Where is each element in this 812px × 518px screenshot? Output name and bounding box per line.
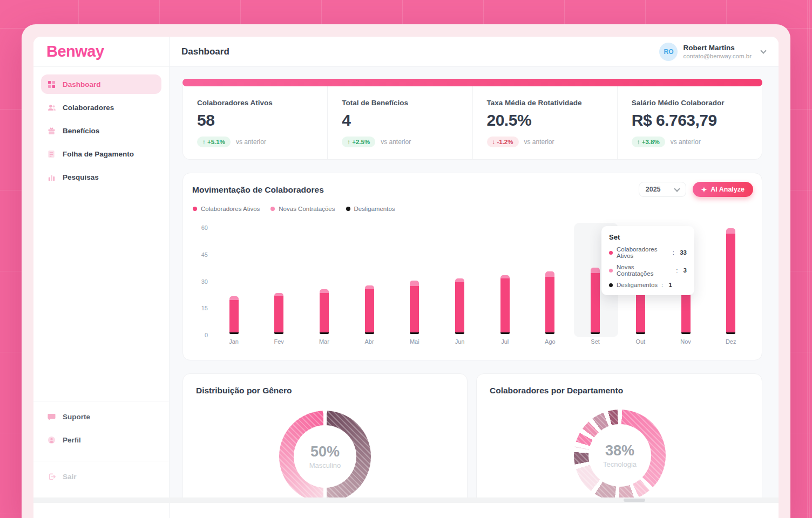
user-name: Robert Martins [683, 44, 752, 53]
kpi-note: vs anterior [236, 138, 266, 146]
bar-segment-desligamentos [365, 332, 374, 334]
logout-icon [48, 472, 56, 481]
sidebar-item-label: Pesquisas [63, 173, 99, 181]
tooltip-label: Colaboradores Ativos [617, 246, 669, 259]
kpi-cards: Colaboradores Ativos58↑ +5.1%vs anterior… [182, 83, 762, 160]
divider [33, 401, 169, 401]
bar-segment-desligamentos [274, 332, 283, 334]
movement-chart-card: Movimentação de Colaboradores 2025 ✦ AI … [182, 173, 762, 360]
x-axis-label: Abr [353, 338, 385, 345]
kpi-card-total-de-beneficios: Total de Benefícios4↑ +2.5%vs anterior [327, 83, 472, 159]
horizontal-scrollbar[interactable] [33, 497, 779, 503]
sidebar-item-pesquisas[interactable]: Pesquisas [41, 167, 161, 187]
bar-segment-novas [229, 296, 239, 300]
delta-value: -1.2% [497, 139, 513, 145]
chart-bar-jan[interactable] [229, 296, 239, 334]
tooltip-label: Novas Contratações [617, 264, 672, 277]
kpi-value: 58 [197, 111, 313, 130]
logo-row: Benway [33, 37, 169, 67]
sidebar-item-dashboard[interactable]: Dashboard [41, 74, 161, 94]
sidebar-item-label: Dashboard [63, 80, 101, 88]
gender-donut-chart[interactable]: 50% Masculino [279, 411, 371, 497]
file-icon [48, 149, 56, 158]
chevron-down-icon [760, 47, 766, 53]
delta-badge: ↑ +3.8% [632, 137, 665, 147]
sidebar-item-colaboradores[interactable]: Colaboradores [41, 98, 161, 117]
y-axis-tick: 45 [192, 251, 208, 258]
tooltip-dot [609, 269, 613, 272]
x-axis-label: Mar [308, 338, 340, 345]
sidebar: Benway DashboardColaboradoresBenefíciosF… [33, 37, 170, 518]
benway-logo: Benway [46, 43, 104, 60]
x-axis-label: Ago [534, 338, 566, 345]
kpi-delta-row: ↑ +5.1%vs anterior [197, 137, 313, 147]
kpi-title: Salário Médio Colaborador [632, 99, 748, 107]
department-center-label: Tecnologia [603, 460, 637, 468]
delta-badge: ↑ +2.5% [342, 137, 375, 147]
chart-bar-mai[interactable] [410, 281, 419, 335]
kpi-card-taxa-media-de-rotatividade: Taxa Média de Rotatividade20.5%↓ -1.2%vs… [472, 83, 617, 159]
department-donut-chart[interactable]: 38% Tecnologia [574, 410, 666, 497]
sidebar-item-folha-de-pagamento[interactable]: Folha de Pagamento [41, 144, 161, 163]
bar-segment-ativos [455, 282, 464, 332]
x-axis-label: Mai [398, 338, 431, 345]
chart-bar-dez[interactable] [726, 228, 735, 334]
chart-bar-set[interactable] [591, 268, 600, 334]
scrollbar-thumb[interactable] [624, 499, 645, 502]
gender-center-value: 50% [310, 444, 340, 460]
kpi-card-colaboradores-ativos: Colaboradores Ativos58↑ +5.1%vs anterior [183, 83, 327, 159]
tooltip-title: Set [609, 233, 687, 241]
arrow-down-icon: ↓ [492, 139, 496, 145]
sidebar-item-sair[interactable]: Sair [41, 467, 161, 486]
bar-segment-novas [726, 228, 735, 234]
bar-segment-novas [500, 275, 510, 279]
bar-segment-desligamentos [681, 332, 691, 334]
kpi-note: vs anterior [381, 138, 411, 146]
grid-icon [48, 80, 56, 88]
arrow-up-icon: ↑ [347, 139, 350, 145]
bar-segment-ativos [365, 289, 374, 332]
sidebar-item-beneficios[interactable]: Benefícios [41, 121, 161, 140]
bar-segment-ativos [500, 278, 510, 332]
bar-segment-desligamentos [726, 332, 735, 334]
kpi-note: vs anterior [524, 138, 554, 146]
delta-value: +5.1% [207, 139, 225, 145]
app-window-frame: Benway DashboardColaboradoresBenefíciosF… [22, 24, 790, 518]
user-icon [48, 435, 56, 444]
bar-segment-novas [455, 278, 464, 282]
bar-segment-ativos [591, 273, 600, 332]
kpi-title: Taxa Média de Rotatividade [487, 99, 603, 107]
bar-segment-ativos [274, 296, 283, 332]
y-axis-tick: 0 [192, 332, 208, 338]
y-axis-tick: 15 [192, 305, 208, 311]
chart-icon [48, 173, 56, 181]
chart-bar-ago[interactable] [545, 271, 554, 334]
sidebar-item-label: Folha de Pagamento [63, 150, 134, 158]
bar-segment-ativos [410, 286, 419, 332]
sidebar-item-perfil[interactable]: Perfil [41, 430, 161, 449]
delta-badge: ↓ -1.2% [487, 137, 519, 147]
sidebar-item-label: Suporte [63, 413, 90, 421]
tooltip-row: Desligamentos: 1 [609, 282, 687, 288]
sidebar-logout-nav: Sair [33, 467, 169, 497]
sidebar-item-label: Sair [63, 473, 77, 481]
chart-bar-abr[interactable] [365, 285, 374, 334]
department-chart-card: Colaboradores por Departamento 38% Tecno… [476, 373, 762, 497]
chart-bar-jun[interactable] [455, 278, 464, 334]
header: Dashboard RO Robert Martins contato@benw… [170, 37, 779, 67]
sidebar-item-suporte[interactable]: Suporte [41, 407, 161, 426]
chart-bar-jul[interactable] [500, 275, 510, 335]
app-window: Benway DashboardColaboradoresBenefíciosF… [33, 37, 779, 518]
delta-value: +2.5% [352, 139, 370, 145]
chart-bar-mar[interactable] [320, 289, 329, 334]
bar-segment-desligamentos [591, 332, 600, 334]
chart-bar-fev[interactable] [274, 293, 283, 334]
bar-segment-ativos [545, 277, 554, 332]
page-title: Dashboard [181, 46, 229, 57]
tooltip-row: Colaboradores Ativos: 33 [609, 246, 687, 259]
tooltip-dot [609, 251, 613, 255]
gift-icon [48, 126, 56, 135]
chart-tooltip: Set Colaboradores Ativos: 33Novas Contra… [601, 226, 694, 295]
bar-segment-novas [274, 293, 283, 297]
user-menu[interactable]: RO Robert Martins contato@benway.com.br [659, 43, 766, 61]
